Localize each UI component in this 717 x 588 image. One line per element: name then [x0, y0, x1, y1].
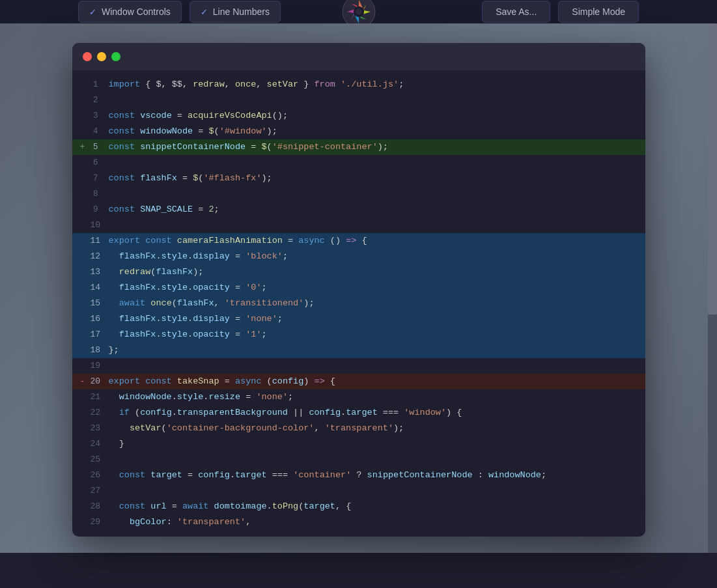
scrollbar[interactable]	[708, 23, 717, 553]
line-numbers-checkmark: ✓	[201, 7, 208, 17]
table-row: 24 }	[72, 436, 645, 452]
table-row: 21 windowNode.style.resize = 'none';	[72, 389, 645, 405]
table-row: 22 if (config.transparentBackground || c…	[72, 405, 645, 421]
table-row: 25	[72, 452, 645, 468]
table-row: 12 flashFx.style.display = 'block';	[72, 249, 645, 264]
window-titlebar	[72, 43, 645, 70]
table-row: 6	[72, 155, 645, 171]
window-controls-toggle[interactable]: ✓ Window Controls	[78, 1, 182, 23]
table-row: 16 flashFx.style.display = 'none';	[72, 311, 645, 327]
table-row: 28 const url = await domtoimage.toPng(ta…	[72, 499, 645, 514]
traffic-light-red[interactable]	[83, 52, 92, 61]
table-row: + 5 const snippetContainerNode = $('#sni…	[72, 139, 645, 155]
table-row: 10	[72, 217, 645, 233]
table-row: 7 const flashFx = $('#flash-fx');	[72, 171, 645, 186]
table-row: 2	[72, 92, 645, 108]
table-row: 13 redraw(flashFx);	[72, 264, 645, 280]
code-window: 1 import { $, $$, redraw, once, setVar }…	[72, 43, 645, 537]
table-row: 14 flashFx.style.opacity = '0';	[72, 280, 645, 296]
table-row: 15 await once(flashFx, 'transitionend');	[72, 296, 645, 311]
table-row: 1 import { $, $$, redraw, once, setVar }…	[72, 77, 645, 92]
toolbar-left: ✓ Window Controls ✓ Line Numbers	[78, 1, 281, 23]
main-area: 1 import { $, $$, redraw, once, setVar }…	[0, 23, 717, 553]
table-row: 27	[72, 483, 645, 499]
table-row: 8	[72, 186, 645, 202]
table-row: 23 setVar('container-background-color', …	[72, 421, 645, 436]
simple-mode-button[interactable]: Simple Mode	[558, 1, 639, 23]
table-row: 11 export const cameraFlashAnimation = a…	[72, 233, 645, 249]
table-row: 18 };	[72, 343, 645, 358]
window-controls-label: Window Controls	[102, 7, 171, 17]
line-numbers-toggle[interactable]: ✓ Line Numbers	[190, 1, 281, 23]
table-row: 3 const vscode = acquireVsCodeApi();	[72, 108, 645, 124]
scrollbar-thumb[interactable]	[708, 23, 717, 315]
table-row: 26 const target = config.target === 'con…	[72, 468, 645, 483]
window-controls-checkmark: ✓	[89, 7, 96, 17]
table-row: - 20 export const takeSnap = async (conf…	[72, 374, 645, 389]
table-row: 17 flashFx.style.opacity = '1';	[72, 327, 645, 343]
svg-point-2	[356, 8, 362, 15]
toolbar: ✓ Window Controls ✓ Line Numbers Save As…	[0, 0, 717, 23]
toolbar-right: Save As... Simple Mode	[482, 1, 639, 23]
table-row: 19	[72, 358, 645, 374]
table-row: 29 bgColor: 'transparent',	[72, 514, 645, 530]
traffic-light-yellow[interactable]	[97, 52, 106, 61]
traffic-light-green[interactable]	[111, 52, 120, 61]
save-as-button[interactable]: Save As...	[482, 1, 550, 23]
table-row: 4 const windowNode = $('#window');	[72, 124, 645, 139]
line-numbers-label: Line Numbers	[213, 7, 270, 17]
code-content: 1 import { $, $$, redraw, once, setVar }…	[72, 70, 645, 537]
table-row: 9 const SNAP_SCALE = 2;	[72, 202, 645, 217]
